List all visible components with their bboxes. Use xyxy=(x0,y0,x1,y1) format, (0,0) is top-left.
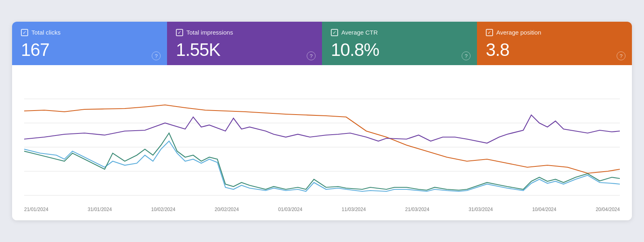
help-icon[interactable]: ? xyxy=(617,51,625,60)
x-label: 11/03/2024 xyxy=(342,207,366,212)
metric-tile-total-impressions: Total impressions 1.55K ? xyxy=(167,22,322,65)
metric-header: Total clicks xyxy=(21,29,158,36)
checkbox-icon[interactable] xyxy=(331,29,338,36)
x-label: 20/02/2024 xyxy=(215,207,239,212)
line-chart xyxy=(24,75,620,203)
orange-line xyxy=(24,105,620,173)
x-label: 21/01/2024 xyxy=(24,207,48,212)
checkbox-icon[interactable] xyxy=(21,29,28,36)
blue-line xyxy=(24,141,620,191)
help-icon[interactable]: ? xyxy=(152,51,161,60)
dashboard-card: Total clicks 167 ? Total impressions 1.5… xyxy=(12,22,632,220)
checkbox-icon[interactable] xyxy=(486,29,493,36)
chart-area: 21/01/202431/01/202410/02/202420/02/2024… xyxy=(12,65,632,220)
x-label: 31/01/2024 xyxy=(88,207,112,212)
metric-label: Total impressions xyxy=(186,29,233,36)
help-icon[interactable]: ? xyxy=(307,51,316,60)
checkbox-icon[interactable] xyxy=(176,29,183,36)
help-icon[interactable]: ? xyxy=(462,51,471,60)
metric-value: 1.55K xyxy=(176,40,313,59)
metric-tile-average-ctr: Average CTR 10.8% ? xyxy=(322,22,477,65)
metric-label: Total clicks xyxy=(31,29,61,36)
metric-header: Average CTR xyxy=(331,29,468,36)
x-label: 21/03/2024 xyxy=(405,207,429,212)
x-axis-labels: 21/01/202431/01/202410/02/202420/02/2024… xyxy=(24,203,620,212)
metric-tile-total-clicks: Total clicks 167 ? xyxy=(12,22,167,65)
metrics-row: Total clicks 167 ? Total impressions 1.5… xyxy=(12,22,632,65)
metric-header: Total impressions xyxy=(176,29,313,36)
metric-label: Average position xyxy=(496,29,541,36)
x-label: 31/03/2024 xyxy=(469,207,493,212)
x-label: 10/02/2024 xyxy=(151,207,175,212)
metric-tile-average-position: Average position 3.8 ? xyxy=(477,22,632,65)
x-label: 01/03/2024 xyxy=(278,207,302,212)
purple-line xyxy=(24,115,620,143)
metric-value: 10.8% xyxy=(331,40,468,59)
metric-value: 167 xyxy=(21,40,158,59)
x-label: 20/04/2024 xyxy=(596,207,620,212)
metric-label: Average CTR xyxy=(341,29,378,36)
x-label: 10/04/2024 xyxy=(532,207,556,212)
metric-value: 3.8 xyxy=(486,40,623,59)
metric-header: Average position xyxy=(486,29,623,36)
